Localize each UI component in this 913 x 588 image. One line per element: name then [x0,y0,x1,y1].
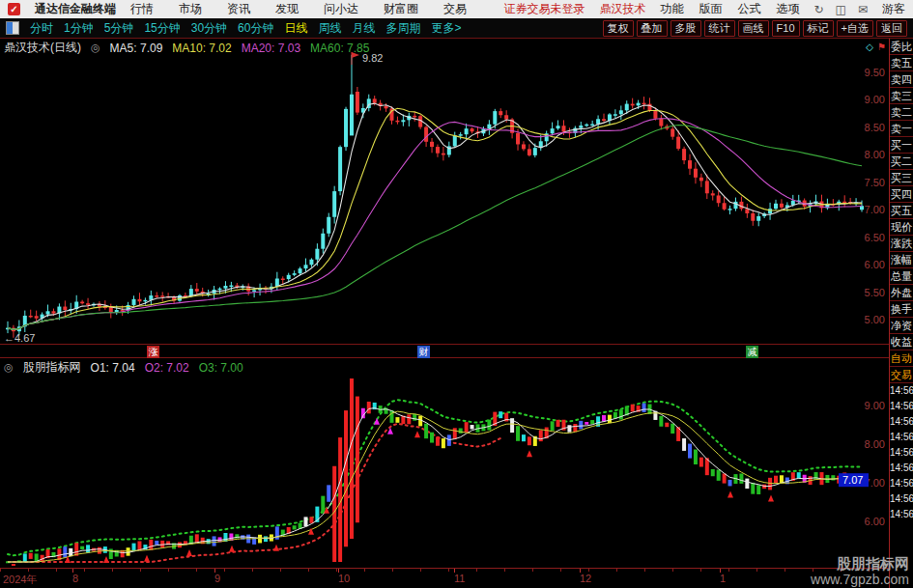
indicator-output: O1: 7.04 [91,361,135,375]
top-right-menu: 功能版面公式选项 [661,1,800,17]
svg-text:6.00: 6.00 [865,516,885,527]
event-tag-涨: 涨 [147,346,159,358]
top-menu-item[interactable]: 发现 [275,1,299,17]
event-tag-财: 财 [417,346,430,358]
ma-value: MA60: 7.85 [310,42,369,55]
sidebar-quote-label: 现价 [890,219,913,236]
sidebar-auto-trade-button[interactable]: 交易 [890,367,913,383]
login-status[interactable]: 证券交易未登录 [504,1,585,17]
current-stock-name[interactable]: 鼎汉技术 [600,1,646,17]
tdx-terminal-window: { "topbar": { "brand": "通达信金融终端", "menus… [0,0,913,588]
sidebar-quote-label: 换手 [890,301,913,318]
sidebar-tick-time: 14:56 [890,476,913,491]
layout-icon[interactable] [6,21,19,35]
chart-region: 9.509.008.508.007.507.006.506.005.505.00… [0,39,913,588]
panel-toggle-icon[interactable]: ◎ [91,42,100,54]
svg-text:5.00: 5.00 [865,314,885,325]
sidebar-quote-label: 卖四 [890,71,913,88]
svg-text:8.00: 8.00 [865,438,885,450]
indicator-output: O2: 7.02 [145,361,189,375]
indicator-toggle-icon[interactable]: ◎ [4,361,14,374]
ma-values: MA5: 7.09MA10: 7.02MA20: 7.03MA60: 7.85 [110,42,370,55]
toolbar-button[interactable]: 统计 [704,20,735,37]
sidebar-quote-label: 总量 [890,268,913,285]
svg-text:9.50: 9.50 [865,67,885,78]
month-label: 1 [720,573,726,584]
top-right-menu-item[interactable]: 功能 [661,1,684,17]
toolbar-button[interactable]: 返回 [876,20,907,37]
month-label: 8 [72,573,78,584]
sidebar-tick-time: 14:56 [890,445,913,461]
period-tab[interactable]: 5分钟 [104,20,134,37]
top-menu-item[interactable]: 行情 [130,1,154,17]
month-label: 10 [338,573,350,584]
sidebar-quote-label: 买三 [890,170,913,186]
refresh-icon[interactable]: ↻ [814,3,824,16]
period-tab[interactable]: 1分钟 [64,20,94,37]
mail-icon[interactable]: ✉ [858,3,868,16]
toolbar-button[interactable]: 复权 [603,20,634,37]
period-tab[interactable]: 更多> [431,20,461,37]
svg-text:7.07: 7.07 [842,474,863,486]
quote-sidebar: 委比卖五卖四卖三卖二卖一买一买二买三买四买五现价涨跌涨幅总量外盘换手净资收益自动… [889,39,913,588]
indicator-outputs: O1: 7.04O2: 7.02O3: 7.00 [91,361,243,375]
sidebar-tick-time: 14:56 [890,430,913,445]
period-toolbar: 分时1分钟5分钟15分钟30分钟60分钟日线周线月线多周期更多> 复权叠加多股统… [0,18,913,39]
top-menu-item[interactable]: 问小达 [324,1,358,17]
month-label: 11 [454,573,465,584]
top-menu-item[interactable]: 资讯 [227,1,250,17]
sidebar-quote-label: 买四 [890,186,913,203]
sidebar-quote-label: 外盘 [890,285,913,301]
watermark: 股朋指标网 www.7gpzb.com [811,555,909,587]
sidebar-quote-label: 卖三 [890,88,913,104]
sidebar-quote-label: 卖二 [890,104,913,121]
event-tag-减: 减 [746,346,758,358]
month-label: 12 [580,573,591,584]
sidebar-quote-label: 净资 [890,318,913,334]
period-tab[interactable]: 60分钟 [238,20,273,37]
sidebar-quote-label: 涨跌 [890,236,913,252]
topbar-icons: ↻◫✉ [814,3,868,16]
topbar: ✓ 通达信金融终端 行情市场资讯发现问小达财富圈交易 证券交易未登录 鼎汉技术 … [0,0,913,18]
candlestick-chart[interactable]: 9.509.008.508.007.507.006.506.005.505.00… [0,39,889,572]
mobile-icon[interactable]: ◫ [836,3,846,16]
toolbar-button[interactable]: F10 [772,20,800,37]
toolbar-button[interactable]: +自选 [837,20,873,37]
top-right-menu-item[interactable]: 版面 [699,1,723,17]
user-label[interactable]: 游客 [882,1,905,17]
toolbar-button[interactable]: 叠加 [637,20,668,37]
ma-value: MA5: 7.09 [110,42,163,55]
sidebar-tick-time: 14:56 [890,414,913,430]
svg-text:6.50: 6.50 [865,232,885,243]
top-menu-item[interactable]: 市场 [179,1,202,17]
month-label: 9 [214,573,220,584]
toolbar-button[interactable]: 画线 [738,20,769,37]
diamond-icon[interactable]: ◇ [866,42,873,52]
toolbar-button[interactable]: 标记 [803,20,834,37]
period-tab[interactable]: 分时 [30,20,53,37]
period-tab[interactable]: 月线 [352,20,375,37]
period-tab[interactable]: 日线 [284,20,307,37]
flag-icon[interactable]: ⚑ [877,42,886,52]
svg-text:6.00: 6.00 [865,259,885,270]
svg-text:7.50: 7.50 [865,177,885,188]
top-right-menu-item[interactable]: 公式 [738,1,761,17]
toolbar-button[interactable]: 多股 [670,20,701,37]
period-tab[interactable]: 多周期 [385,20,420,37]
period-tab[interactable]: 周线 [318,20,341,37]
top-menu-item[interactable]: 交易 [443,1,467,17]
period-tab[interactable]: 15分钟 [144,20,180,37]
main-panel-title: 鼎汉技术(日线) ◎ MA5: 7.09MA10: 7.02MA20: 7.03… [4,40,369,56]
svg-text:7.00: 7.00 [865,204,885,215]
period-tabs: 分时1分钟5分钟15分钟30分钟60分钟日线周线月线多周期更多> [30,20,461,37]
sidebar-tick-time: 14:56 [890,507,913,522]
svg-text:8.00: 8.00 [865,149,885,160]
period-tab[interactable]: 30分钟 [191,20,227,37]
toolbar-buttons: 复权叠加多股统计画线F10标记+自选返回 [603,20,907,37]
top-right-menu-item[interactable]: 选项 [777,1,800,17]
svg-text:←4.67: ←4.67 [4,332,35,344]
top-menu-item[interactable]: 财富圈 [384,1,418,17]
indicator-panel-title: ◎ 股朋指标网 O1: 7.04O2: 7.02O3: 7.00 [4,359,243,376]
sidebar-quote-label: 涨幅 [890,252,913,268]
sidebar-auto-trade-button[interactable]: 自动 [890,350,913,367]
